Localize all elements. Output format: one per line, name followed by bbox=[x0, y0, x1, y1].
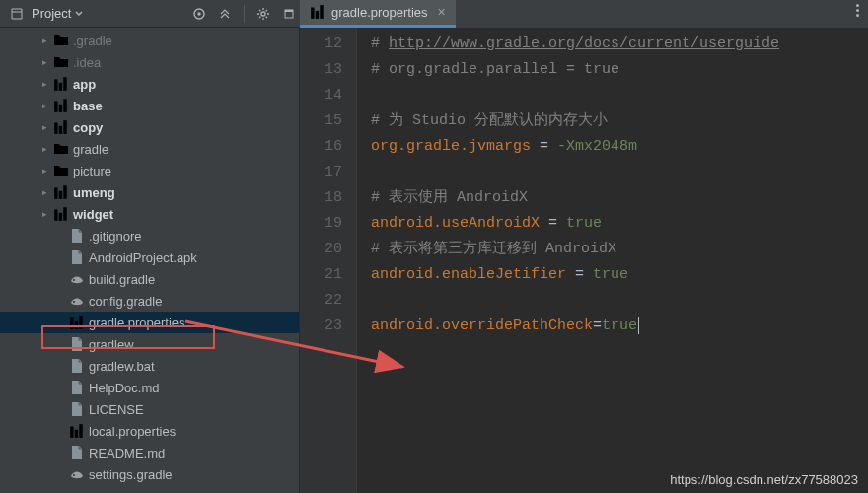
module-icon bbox=[53, 184, 69, 200]
tree-item[interactable]: ▸widget bbox=[0, 203, 299, 225]
tree-item[interactable]: ▸gradle bbox=[0, 138, 299, 160]
tree-item[interactable]: settings.gradle bbox=[0, 463, 299, 485]
file-icon bbox=[69, 445, 85, 460]
file-icon bbox=[69, 336, 85, 352]
collapse-icon[interactable] bbox=[6, 3, 28, 25]
tree-item-label: config.gradle bbox=[89, 294, 162, 309]
editor-tabs: gradle.properties × bbox=[300, 0, 868, 28]
expand-arrow-icon[interactable]: ▸ bbox=[39, 122, 49, 132]
line-gutter: 121314151617181920212223 bbox=[300, 28, 357, 493]
expand-arrow-icon[interactable]: ▸ bbox=[39, 166, 49, 176]
code-area[interactable]: # http://www.gradle.org/docs/current/use… bbox=[357, 28, 779, 493]
top-toolbar: Project gradle.properties × bbox=[0, 0, 868, 28]
code-line[interactable] bbox=[371, 83, 779, 108]
tree-item[interactable]: ▸copy bbox=[0, 116, 299, 138]
line-number: 14 bbox=[300, 83, 342, 108]
code-line[interactable]: android.useAndroidX = true bbox=[371, 211, 779, 237]
line-number: 22 bbox=[300, 288, 342, 314]
tree-item-label: gradlew bbox=[89, 337, 134, 352]
tree-item[interactable]: ▸.idea bbox=[0, 51, 299, 73]
expand-arrow-icon[interactable]: ▸ bbox=[39, 57, 49, 67]
code-line[interactable]: android.enableJetifier = true bbox=[371, 262, 779, 288]
code-line[interactable]: # http://www.gradle.org/docs/current/use… bbox=[371, 32, 779, 57]
tree-item[interactable]: ▸base bbox=[0, 95, 299, 116]
tree-item[interactable]: LICENSE bbox=[0, 398, 299, 420]
module-icon bbox=[69, 423, 85, 439]
tree-item-label: gradle bbox=[73, 142, 108, 157]
code-line[interactable] bbox=[371, 160, 779, 185]
tree-item[interactable]: ▸umeng bbox=[0, 181, 299, 203]
gear-icon[interactable] bbox=[253, 3, 274, 25]
tree-item[interactable]: ▸picture bbox=[0, 160, 299, 181]
tree-item-label: widget bbox=[73, 207, 113, 222]
divider bbox=[244, 5, 245, 23]
line-number: 21 bbox=[300, 262, 342, 288]
tree-item[interactable]: ▸app bbox=[0, 73, 299, 95]
folder-icon bbox=[53, 141, 69, 157]
hide-icon[interactable] bbox=[278, 3, 300, 25]
tree-item[interactable]: gradle.properties bbox=[0, 312, 299, 333]
project-tree: ▸.gradle▸.idea▸app▸base▸copy▸gradle▸pict… bbox=[0, 28, 300, 493]
expand-arrow-icon[interactable]: ▸ bbox=[39, 144, 49, 154]
folder-dim-icon bbox=[53, 33, 69, 48]
tree-item[interactable]: README.md bbox=[0, 442, 299, 463]
line-number: 19 bbox=[300, 211, 342, 237]
tree-item-label: .idea bbox=[73, 55, 101, 70]
tree-item-label: local.properties bbox=[89, 424, 176, 439]
file-icon bbox=[69, 228, 85, 244]
gradle-icon bbox=[69, 466, 85, 482]
tree-item[interactable]: local.properties bbox=[0, 420, 299, 442]
code-line[interactable] bbox=[371, 288, 779, 314]
tree-item[interactable]: .gitignore bbox=[0, 225, 299, 246]
expand-arrow-icon[interactable]: ▸ bbox=[39, 209, 49, 219]
code-line[interactable]: # 表示将第三方库迁移到 AndroidX bbox=[371, 237, 779, 262]
tree-item[interactable]: build.gradle bbox=[0, 268, 299, 290]
file-icon bbox=[69, 358, 85, 374]
tree-item[interactable]: gradlew bbox=[0, 333, 299, 355]
tree-item-label: settings.gradle bbox=[89, 467, 173, 482]
expand-arrow-icon[interactable]: ▸ bbox=[39, 79, 49, 89]
expand-arrow-icon[interactable]: ▸ bbox=[39, 101, 49, 110]
code-line[interactable]: org.gradle.jvmargs = -Xmx2048m bbox=[371, 134, 779, 160]
line-number: 13 bbox=[300, 57, 342, 83]
project-panel-header: Project bbox=[0, 0, 300, 28]
expand-all-icon[interactable] bbox=[214, 3, 236, 25]
tree-item-label: copy bbox=[73, 120, 103, 135]
code-line[interactable]: # org.gradle.parallel = true bbox=[371, 57, 779, 83]
tree-item-label: gradle.properties bbox=[89, 316, 185, 330]
tree-item-label: app bbox=[73, 77, 96, 92]
tree-item[interactable]: ▸.gradle bbox=[0, 30, 299, 51]
tab-gradle-properties[interactable]: gradle.properties × bbox=[300, 0, 456, 28]
code-line[interactable]: android.overridePathCheck=true bbox=[371, 314, 779, 339]
svg-point-6 bbox=[261, 12, 265, 16]
tree-item[interactable]: gradlew.bat bbox=[0, 355, 299, 377]
code-line[interactable]: # 为 Studio 分配默认的内存大小 bbox=[371, 108, 779, 134]
expand-arrow-icon[interactable]: ▸ bbox=[39, 35, 49, 45]
tab-label: gradle.properties bbox=[331, 5, 428, 20]
line-number: 16 bbox=[300, 134, 342, 160]
expand-arrow-icon[interactable]: ▸ bbox=[39, 187, 49, 197]
line-number: 20 bbox=[300, 237, 342, 262]
tree-item[interactable]: config.gradle bbox=[0, 290, 299, 312]
tree-item-label: .gitignore bbox=[89, 229, 141, 244]
tree-item-label: AndroidProject.apk bbox=[89, 250, 197, 265]
module-icon bbox=[53, 76, 69, 92]
text-caret bbox=[638, 317, 639, 334]
code-editor[interactable]: 121314151617181920212223 # http://www.gr… bbox=[300, 28, 868, 493]
line-number: 15 bbox=[300, 108, 342, 134]
file-icon bbox=[69, 249, 85, 265]
tree-item-label: LICENSE bbox=[89, 402, 144, 417]
close-icon[interactable]: × bbox=[438, 5, 446, 19]
code-line[interactable]: # 表示使用 AndroidX bbox=[371, 185, 779, 211]
select-opened-icon[interactable] bbox=[188, 3, 210, 25]
module-icon bbox=[53, 119, 69, 135]
tree-item[interactable]: AndroidProject.apk bbox=[0, 246, 299, 268]
project-label: Project bbox=[32, 6, 71, 21]
line-number: 23 bbox=[300, 314, 342, 339]
project-title[interactable]: Project bbox=[32, 6, 83, 21]
tree-item[interactable]: HelpDoc.md bbox=[0, 377, 299, 398]
gradle-icon bbox=[69, 293, 85, 309]
svg-rect-8 bbox=[285, 10, 293, 12]
tab-options-icon[interactable] bbox=[846, 0, 868, 22]
properties-file-icon bbox=[310, 4, 326, 20]
